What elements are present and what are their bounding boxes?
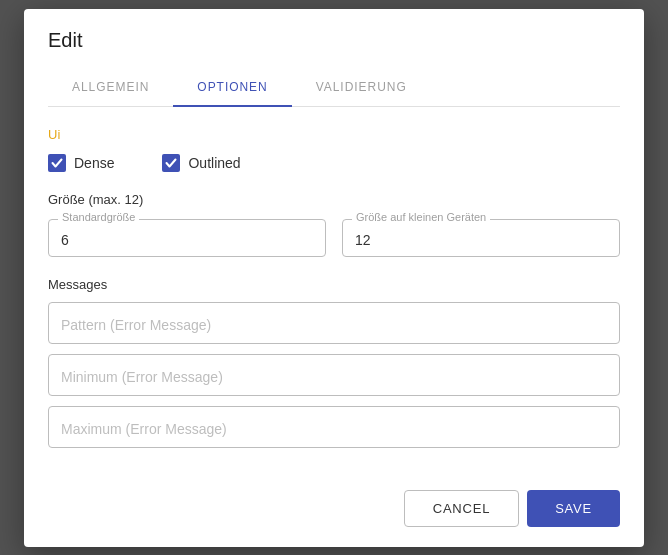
- tab-validierung[interactable]: VALIDIERUNG: [292, 68, 431, 106]
- dialog-footer: CANCEL SAVE: [24, 478, 644, 547]
- tab-optionen[interactable]: OPTIONEN: [173, 68, 291, 106]
- dialog-header: Edit ALLGEMEIN OPTIONEN VALIDIERUNG: [24, 9, 644, 107]
- small-size-input[interactable]: [342, 219, 620, 257]
- checkmark-icon: [165, 157, 177, 169]
- tab-allgemein[interactable]: ALLGEMEIN: [48, 68, 173, 106]
- dense-label: Dense: [74, 155, 114, 171]
- messages-section: Messages: [48, 277, 620, 448]
- dialog-title: Edit: [48, 29, 620, 52]
- minimum-message-input[interactable]: [48, 354, 620, 396]
- outlined-checkbox-box[interactable]: [162, 154, 180, 172]
- checkmark-icon: [51, 157, 63, 169]
- save-button[interactable]: SAVE: [527, 490, 620, 527]
- pattern-message-input[interactable]: [48, 302, 620, 344]
- dense-checkbox-box[interactable]: [48, 154, 66, 172]
- tab-bar: ALLGEMEIN OPTIONEN VALIDIERUNG: [48, 68, 620, 107]
- pattern-message-wrap: [48, 302, 620, 344]
- size-fields: Standardgröße Größe auf kleinen Geräten: [48, 219, 620, 257]
- small-size-field-group: Größe auf kleinen Geräten: [342, 219, 620, 257]
- ui-section-label: Ui: [48, 127, 620, 142]
- checkbox-row: Dense Outlined: [48, 154, 620, 172]
- size-section-label: Größe (max. 12): [48, 192, 620, 207]
- maximum-message-wrap: [48, 406, 620, 448]
- dialog: Edit ALLGEMEIN OPTIONEN VALIDIERUNG Ui: [24, 9, 644, 547]
- messages-section-label: Messages: [48, 277, 620, 292]
- standard-size-label: Standardgröße: [58, 211, 139, 223]
- dialog-body: Ui Dense Outlined: [24, 107, 644, 478]
- checkbox-dense[interactable]: Dense: [48, 154, 114, 172]
- standard-size-field-group: Standardgröße: [48, 219, 326, 257]
- minimum-message-wrap: [48, 354, 620, 396]
- backdrop: Edit ALLGEMEIN OPTIONEN VALIDIERUNG Ui: [0, 0, 668, 555]
- outlined-label: Outlined: [188, 155, 240, 171]
- checkbox-outlined[interactable]: Outlined: [162, 154, 240, 172]
- small-size-label: Größe auf kleinen Geräten: [352, 211, 490, 223]
- standard-size-input[interactable]: [48, 219, 326, 257]
- cancel-button[interactable]: CANCEL: [404, 490, 519, 527]
- maximum-message-input[interactable]: [48, 406, 620, 448]
